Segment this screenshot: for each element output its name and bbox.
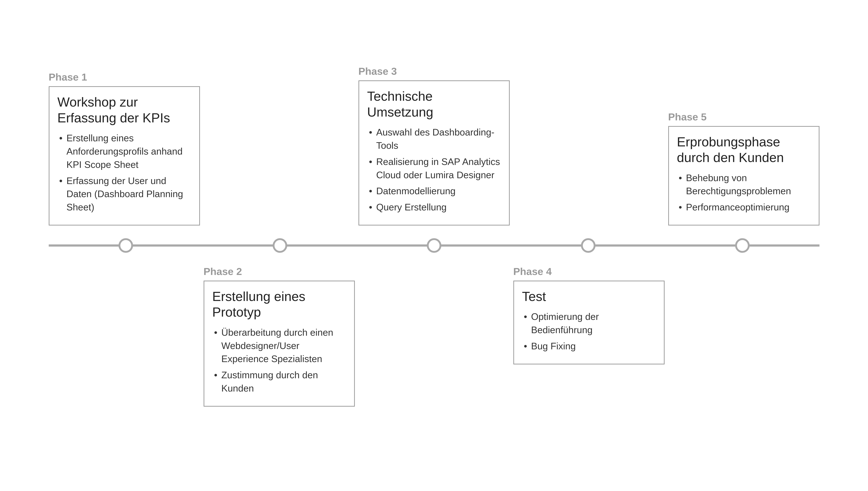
list-item: Überarbeitung durch einen Webdesigner/Us… bbox=[212, 326, 346, 366]
phase3-card: Technische Umsetzung Auswahl des Dashboa… bbox=[358, 80, 510, 226]
phase3-label: Phase 3 bbox=[358, 65, 510, 77]
phase4-label: Phase 4 bbox=[513, 265, 665, 277]
list-item: Query Erstellung bbox=[367, 201, 501, 214]
node5-circle bbox=[735, 238, 750, 253]
list-item: Performanceoptimierung bbox=[677, 201, 811, 214]
node3-circle bbox=[427, 238, 441, 253]
list-item: Realisierung in SAP Analytics Cloud oder… bbox=[367, 155, 501, 182]
phase3-above: Phase 3 Technische Umsetzung Auswahl des… bbox=[355, 62, 513, 226]
list-item: Bug Fixing bbox=[522, 340, 656, 353]
timeline-container: Phase 1 Workshop zur Erfassung der KPIs … bbox=[34, 62, 834, 429]
list-item: Zustimmung durch den Kunden bbox=[212, 369, 346, 395]
list-item: Datenmodellierung bbox=[367, 184, 501, 198]
bottom-row: Phase 2 Erstellung eines Prototyp Überar… bbox=[49, 265, 819, 429]
phase4-title: Test bbox=[522, 289, 656, 304]
phase2-empty-above bbox=[204, 62, 355, 226]
phase5-above: Phase 5 Erprobungsphase durch den Kunden… bbox=[665, 62, 819, 226]
node2-wrapper bbox=[203, 238, 357, 253]
phase2-card: Erstellung eines Prototyp Überarbeitung … bbox=[204, 281, 355, 407]
list-item: Behebung von Berechtigungs­problemen bbox=[677, 171, 811, 198]
list-item: Optimierung der Bedienführung bbox=[522, 310, 656, 337]
phase4-below: Phase 4 Test Optimierung der Bedienführu… bbox=[510, 265, 668, 429]
list-item: Erstellung eines Anforderungsprofils anh… bbox=[57, 132, 191, 171]
phase1-card: Workshop zur Erfassung der KPIs Erstellu… bbox=[49, 86, 200, 226]
phase1-label: Phase 1 bbox=[49, 71, 200, 83]
phase4-card: Test Optimierung der Bedienführung Bug F… bbox=[513, 281, 665, 365]
phase3-empty-below bbox=[358, 265, 510, 429]
node4-wrapper bbox=[511, 238, 665, 253]
phase2-title: Erstellung eines Prototyp bbox=[212, 289, 346, 320]
phase4-empty-above bbox=[513, 62, 665, 226]
phase2-list: Überarbeitung durch einen Webdesigner/Us… bbox=[212, 326, 346, 395]
phase1-above: Phase 1 Workshop zur Erfassung der KPIs … bbox=[49, 62, 204, 226]
phase3-title: Technische Umsetzung bbox=[367, 88, 501, 120]
phase1-title: Workshop zur Erfassung der KPIs bbox=[57, 94, 191, 126]
phase5-list: Behebung von Berechtigungs­problemen Per… bbox=[677, 171, 811, 214]
phase1-empty-below bbox=[49, 265, 200, 429]
phase4-list: Optimierung der Bedienführung Bug Fixing bbox=[522, 310, 656, 353]
timeline-row bbox=[49, 226, 819, 265]
node2-circle bbox=[273, 238, 287, 253]
node1-wrapper bbox=[49, 238, 203, 253]
list-item: Auswahl des Dashboarding-Tools bbox=[367, 126, 501, 152]
node4-circle bbox=[581, 238, 596, 253]
node5-wrapper bbox=[665, 238, 819, 253]
phase2-label: Phase 2 bbox=[204, 265, 355, 277]
list-item: Erfassung der User und Daten (Dashboard … bbox=[57, 174, 191, 214]
phase5-card: Erprobungsphase durch den Kunden Behebun… bbox=[668, 126, 819, 226]
node1-circle bbox=[119, 238, 133, 253]
phase5-label: Phase 5 bbox=[668, 111, 819, 123]
node3-wrapper bbox=[357, 238, 511, 253]
phase3-list: Auswahl des Dashboarding-Tools Realisier… bbox=[367, 126, 501, 214]
phase5-empty-below bbox=[668, 265, 819, 429]
phase5-title: Erprobungsphase durch den Kunden bbox=[677, 134, 811, 166]
phase1-list: Erstellung eines Anforderungsprofils anh… bbox=[57, 132, 191, 214]
phase2-below: Phase 2 Erstellung eines Prototyp Überar… bbox=[200, 265, 358, 429]
